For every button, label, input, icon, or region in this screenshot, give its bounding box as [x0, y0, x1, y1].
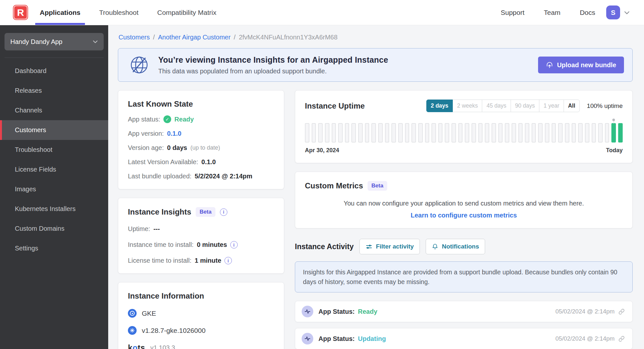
activity-value: Ready: [358, 308, 377, 315]
uptime-bar[interactable]: [572, 123, 576, 143]
uptime-bar[interactable]: [312, 123, 316, 143]
range-45-days[interactable]: 45 days: [482, 100, 511, 112]
nav-team[interactable]: Team: [544, 9, 560, 16]
breadcrumb-instance-id: 2fvMcK4NFuALfnonn1Y3xA6rM68: [239, 34, 338, 41]
uptime-bar[interactable]: [345, 123, 349, 143]
uptime-bar[interactable]: [592, 123, 596, 143]
sidebar-item-license-fields[interactable]: License Fields: [0, 160, 108, 179]
notifications-button[interactable]: Notifications: [426, 239, 485, 254]
uptime-bar[interactable]: [398, 123, 403, 143]
uptime-bar[interactable]: [518, 123, 523, 143]
uptime-bar[interactable]: [371, 123, 376, 143]
uptime-bar[interactable]: [525, 123, 529, 143]
activity-row[interactable]: App Status: Updating 05/02/2024 @ 2:14pm: [295, 328, 633, 349]
uptime-bar[interactable]: [332, 123, 336, 143]
uptime-bar[interactable]: [465, 123, 469, 143]
uptime-bar[interactable]: [611, 123, 616, 143]
instance-information-title: Instance Information: [128, 291, 274, 301]
uptime-bar[interactable]: [472, 123, 476, 143]
range-2-weeks[interactable]: 2 weeks: [452, 100, 482, 112]
uptime-bar[interactable]: [338, 123, 343, 143]
uptime-bar[interactable]: [425, 123, 430, 143]
instance-information-card: Instance Information GKE: [118, 282, 284, 349]
instance-activity-title: Instance Activity: [295, 242, 354, 251]
uptime-bar[interactable]: [358, 123, 363, 143]
sidebar-item-settings[interactable]: Settings: [0, 238, 108, 258]
activity-row[interactable]: App Status: Ready 05/02/2024 @ 2:14pm: [295, 301, 633, 322]
uptime-bar[interactable]: [405, 123, 410, 143]
range-1-year[interactable]: 1 year: [539, 100, 564, 112]
avatar[interactable]: S: [606, 5, 620, 19]
uptime-bar[interactable]: [478, 123, 483, 143]
breadcrumb-customer-name[interactable]: Another Airgap Customer: [158, 34, 231, 41]
uptime-bar[interactable]: [365, 123, 369, 143]
info-icon[interactable]: i: [220, 208, 227, 216]
info-icon[interactable]: i: [224, 257, 232, 264]
latest-version-value: 0.1.0: [202, 158, 216, 166]
uptime-bar[interactable]: [458, 123, 463, 143]
uptime-bar[interactable]: [452, 123, 456, 143]
uptime-bar[interactable]: [532, 123, 536, 143]
uptime-bar[interactable]: [598, 123, 603, 143]
breadcrumb-customers[interactable]: Customers: [119, 34, 150, 41]
permalink-icon[interactable]: [618, 309, 625, 315]
uptime-bar[interactable]: [538, 123, 543, 143]
uptime-bar[interactable]: [418, 123, 423, 143]
uptime-bar[interactable]: [391, 123, 396, 143]
nav-support[interactable]: Support: [501, 9, 525, 16]
uptime-bar[interactable]: [618, 123, 623, 143]
uptime-bar[interactable]: [305, 123, 309, 143]
sidebar-item-troubleshoot[interactable]: Troubleshoot: [0, 140, 108, 160]
upload-new-bundle-button[interactable]: Upload new bundle: [538, 57, 624, 73]
uptime-bar[interactable]: [385, 123, 390, 143]
range-90-days[interactable]: 90 days: [511, 100, 539, 112]
uptime-bar[interactable]: [438, 123, 443, 143]
uptime-bar[interactable]: [411, 123, 416, 143]
nav-docs[interactable]: Docs: [580, 9, 595, 16]
uptime-summary: 100% uptime: [587, 102, 623, 110]
uptime-bar[interactable]: [585, 123, 589, 143]
sidebar-item-kubernetes-installers[interactable]: Kubernetes Installers: [0, 199, 108, 219]
activity-timestamp: 05/02/2024 @ 2:14pm: [556, 308, 615, 315]
uptime-bar[interactable]: [505, 123, 509, 143]
info-icon[interactable]: i: [230, 241, 238, 249]
uptime-bar[interactable]: [578, 123, 583, 143]
uptime-bar[interactable]: [605, 123, 609, 143]
uptime-bar[interactable]: [431, 123, 436, 143]
nav-troubleshoot[interactable]: Troubleshoot: [99, 0, 139, 25]
account-menu[interactable]: S: [606, 5, 630, 19]
filter-activity-button[interactable]: Filter activity: [359, 239, 420, 254]
nav-applications[interactable]: Applications: [40, 0, 80, 25]
sidebar-item-custom-domains[interactable]: Custom Domains: [0, 219, 108, 238]
uptime-bar[interactable]: [498, 123, 503, 143]
app-version-link[interactable]: 0.1.0: [167, 130, 181, 137]
sidebar-item-dashboard[interactable]: Dashboard: [0, 61, 108, 81]
uptime-bar[interactable]: [558, 123, 563, 143]
sidebar-item-releases[interactable]: Releases: [0, 81, 108, 100]
uptime-bar[interactable]: [485, 123, 489, 143]
uptime-bar[interactable]: [552, 123, 556, 143]
bell-icon: [432, 243, 438, 250]
last-known-state-title: Last Known State: [128, 100, 274, 109]
nav-compatibility-matrix[interactable]: Compatibility Matrix: [157, 0, 216, 25]
uptime-bar[interactable]: [445, 123, 449, 143]
uptime-bar[interactable]: [318, 123, 323, 143]
permalink-icon[interactable]: [618, 336, 625, 342]
activity-label: App Status:: [318, 335, 355, 343]
uptime-bar[interactable]: [325, 123, 329, 143]
app-selector[interactable]: Handy Dandy App: [5, 33, 104, 50]
sidebar-item-customers[interactable]: Customers: [0, 120, 108, 140]
range-2-days[interactable]: 2 days: [426, 100, 453, 112]
sidebar-item-channels[interactable]: Channels: [0, 100, 108, 120]
uptime-bar[interactable]: [378, 123, 383, 143]
uptime-bar[interactable]: [565, 123, 569, 143]
license-tti-value: 1 minute: [195, 257, 221, 264]
uptime-bar[interactable]: [512, 123, 516, 143]
sidebar-item-images[interactable]: Images: [0, 179, 108, 199]
uptime-bar[interactable]: [545, 123, 549, 143]
range-all[interactable]: All: [564, 100, 580, 112]
uptime-bar[interactable]: [351, 123, 356, 143]
uptime-bar[interactable]: [492, 123, 496, 143]
replicated-logo[interactable]: R: [13, 5, 28, 20]
configure-custom-metrics-link[interactable]: Learn to configure custom metrics: [305, 212, 623, 219]
